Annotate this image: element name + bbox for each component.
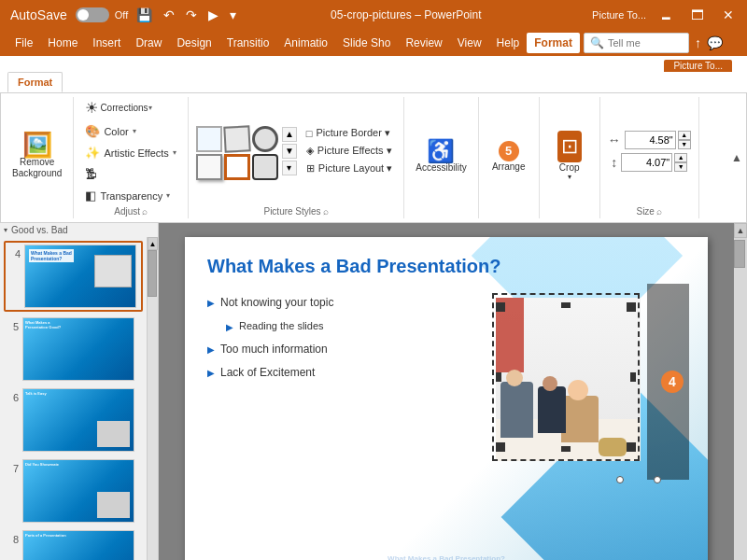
comments-icon[interactable]: 💬	[707, 35, 723, 50]
remove-bg-content: 🖼️ RemoveBackground	[8, 97, 65, 215]
width-spin: ▲ ▼	[678, 131, 691, 149]
style-grid	[196, 122, 278, 180]
autosave-toggle[interactable]	[76, 7, 109, 22]
picture-styles-expand[interactable]: ⌕	[323, 206, 329, 217]
ribbon: Picture To... Format	[0, 56, 747, 93]
menu-help[interactable]: Help	[489, 33, 528, 53]
artistic-effects-button[interactable]: ✨ Artistic Effects ▾	[81, 144, 179, 161]
slide-num-4: 4	[7, 248, 21, 259]
height-up[interactable]: ▲	[674, 153, 687, 162]
thumb6-img	[97, 421, 130, 447]
picture-border-button[interactable]: □ Picture Border ▾	[303, 125, 396, 141]
canvas-scroll-up[interactable]: ▲	[734, 223, 747, 238]
menu-view[interactable]: View	[450, 33, 489, 53]
height-input[interactable]	[621, 153, 672, 172]
present-icon[interactable]: ▶	[205, 6, 221, 24]
menu-home[interactable]: Home	[40, 33, 85, 53]
panel-scroll-up-btn[interactable]: ▲	[148, 237, 158, 250]
menu-slideshow[interactable]: Slide Sho	[335, 33, 398, 53]
menu-review[interactable]: Review	[398, 33, 449, 53]
menu-transitio[interactable]: Transitio	[219, 33, 277, 53]
search-bar[interactable]: 🔍	[584, 33, 689, 53]
canvas-scroll-thumb[interactable]	[734, 240, 745, 268]
height-icon: ↕	[611, 155, 617, 170]
menu-design[interactable]: Design	[169, 33, 218, 53]
size-content: ↔ ▲ ▼ ↕ ▲ ▼	[608, 97, 691, 204]
menu-format[interactable]: Format	[527, 33, 580, 53]
arrange-label: Arrange	[492, 161, 526, 172]
minimize-button[interactable]: 🗕	[654, 6, 678, 24]
picture-border-icon: □	[306, 128, 313, 139]
bullet-text-2: Too much information	[220, 340, 328, 360]
size-expand-icon[interactable]: ⌕	[656, 206, 662, 217]
menu-file[interactable]: File	[7, 33, 40, 53]
style-1[interactable]	[196, 126, 222, 152]
remove-background-button[interactable]: 🖼️ RemoveBackground	[8, 131, 65, 181]
slide-thumb-4[interactable]: 4 What Makes a BadPresentation?	[4, 241, 143, 312]
share-icon[interactable]: ↑	[695, 35, 701, 50]
person-left	[500, 382, 533, 438]
panel-scroll-track	[148, 250, 158, 560]
person-mid	[538, 386, 566, 433]
width-input[interactable]	[625, 131, 676, 149]
ribbon-content: 🖼️ RemoveBackground ☀ Corrections ▾ 🎨 Co…	[0, 93, 747, 223]
panel-scroll-thumb[interactable]	[148, 250, 157, 297]
compress-icon: 🗜	[85, 167, 97, 181]
close-button[interactable]: ✕	[717, 6, 740, 24]
transparency-button[interactable]: ◧ Transparency ▾	[81, 187, 174, 204]
slide-thumb-7[interactable]: 7 Did You Showreate	[4, 457, 143, 525]
style-3[interactable]	[252, 126, 278, 152]
slide-thumb-8[interactable]: 8 Parts of a Presentation	[4, 528, 143, 560]
image-container[interactable]: 4	[488, 284, 670, 480]
thumb8-bg: Parts of a Presentation	[23, 531, 134, 560]
resize-handle-2[interactable]	[654, 476, 661, 483]
save-icon[interactable]: 💾	[134, 6, 155, 24]
accessibility-label: Accessibility	[416, 162, 466, 173]
panel-scrollbar[interactable]: ▲ ▼	[148, 237, 158, 560]
style-arrows: ▲ ▼ ▾	[282, 127, 297, 175]
color-button[interactable]: 🎨 Color ▾	[81, 122, 139, 140]
slide-num-8: 8	[6, 534, 19, 545]
arrange-button[interactable]: 5 Arrange	[486, 139, 531, 174]
customize-qat-icon[interactable]: ▾	[227, 6, 239, 24]
style-scroll-up[interactable]: ▲	[282, 127, 297, 142]
artistic-label: Artistic Effects	[104, 147, 168, 159]
adjust-expand-icon[interactable]: ⌕	[142, 206, 148, 217]
bullet-1-sub: ▶ Reading the slides	[226, 317, 333, 336]
picture-tools-header: Picture To...	[664, 60, 732, 72]
maximize-button[interactable]: 🗖	[685, 6, 710, 24]
search-input[interactable]	[608, 37, 683, 49]
menu-animatio[interactable]: Animatio	[276, 33, 335, 53]
ribbon-scroll-up[interactable]: ▲	[731, 151, 742, 164]
style-5[interactable]	[224, 154, 250, 180]
height-down[interactable]: ▼	[674, 162, 687, 172]
style-4[interactable]	[196, 154, 222, 180]
picture-layout-button[interactable]: ⊞ Picture Layout ▾	[303, 161, 396, 176]
crop-icon: ⊡	[561, 134, 578, 159]
resize-handle-1[interactable]	[616, 476, 624, 483]
style-2[interactable]	[223, 125, 250, 152]
slide-thumb-6[interactable]: 6 Talk is Easy	[4, 386, 143, 454]
artistic-dropdown: ▾	[173, 148, 176, 157]
style-6[interactable]	[252, 154, 278, 180]
picture-effects-button[interactable]: ◈ Picture Effects ▾	[303, 143, 396, 159]
width-row: ↔ ▲ ▼	[608, 131, 691, 149]
slide-panel-container: ▾ Good vs. Bad 4 What Makes a BadPresent…	[0, 223, 159, 560]
redo-icon[interactable]: ↷	[183, 6, 200, 24]
style-scroll-down[interactable]: ▼	[282, 144, 297, 159]
menu-draw[interactable]: Draw	[128, 33, 169, 53]
slide-thumb-5[interactable]: 5 What Makes aPresentation Good?	[4, 315, 143, 383]
width-up[interactable]: ▲	[678, 131, 691, 140]
accessibility-button[interactable]: ♿ Accessibility	[412, 138, 470, 175]
undo-icon[interactable]: ↶	[161, 6, 177, 24]
compress-button[interactable]: 🗜	[81, 165, 105, 183]
menu-insert[interactable]: Insert	[85, 33, 128, 53]
canvas-scrollbar-v[interactable]: ▲ ▼	[734, 223, 747, 560]
section-label: ▾ Good vs. Bad	[0, 223, 158, 237]
bullet-arrow-1: ▶	[207, 295, 215, 312]
crop-button[interactable]: ⊡ Crop ▾	[547, 129, 592, 183]
tab-format[interactable]: Format	[7, 72, 63, 92]
style-more[interactable]: ▾	[282, 161, 297, 175]
width-down[interactable]: ▼	[678, 140, 691, 149]
corrections-button[interactable]: ☀ Corrections ▾	[81, 97, 155, 119]
